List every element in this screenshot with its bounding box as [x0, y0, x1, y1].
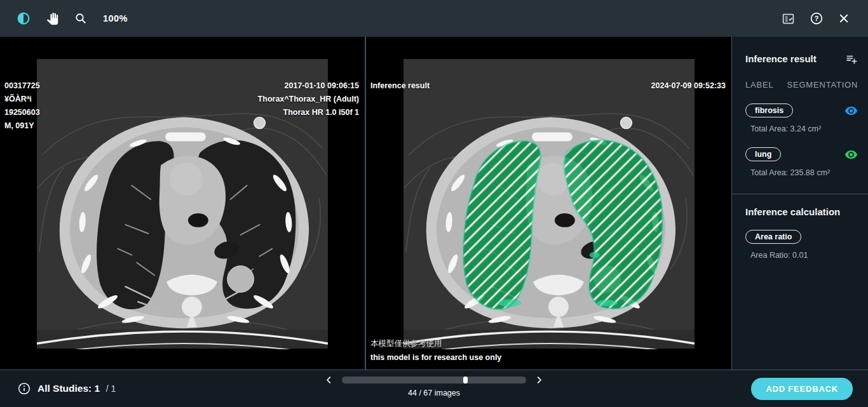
- previous-image-button[interactable]: [324, 375, 334, 385]
- image-scrubber: 44 / 67 images: [320, 375, 548, 397]
- tab-segmentation[interactable]: SEGMENTATION: [787, 80, 858, 90]
- viewport-grid: 00317725 ¥ÕÀRªi 19250603 M, 091Y 2017-01…: [0, 37, 731, 370]
- next-image-button[interactable]: [534, 375, 544, 385]
- inference-title-overlay: Inference result: [370, 79, 430, 93]
- patient-info-overlay: 00317725 ¥ÕÀRªi 19250603 M, 091Y: [4, 79, 40, 133]
- close-button[interactable]: [838, 13, 850, 24]
- inference-calculation-title: Inference calculation: [745, 206, 858, 217]
- pan-tool-button[interactable]: [46, 13, 58, 25]
- study-info-overlay: 2017-01-10 09:06:15 Thorax^Thorax_HR (Ad…: [258, 79, 359, 119]
- sidebar-title: Inference result: [745, 53, 817, 64]
- patient-birth-date: 19250603: [4, 106, 40, 119]
- study-viewport[interactable]: 00317725 ¥ÕÀRªi 19250603 M, 091Y 2017-01…: [0, 37, 366, 370]
- svg-text:?: ?: [815, 15, 819, 22]
- chevron-left-icon: [324, 375, 334, 385]
- close-icon: [838, 13, 850, 24]
- patient-id: 00317725: [4, 79, 40, 93]
- tab-label[interactable]: LABEL: [745, 80, 773, 90]
- playlist-add-icon: [846, 53, 858, 65]
- label-row-fibrosis: fibrosis: [745, 103, 858, 117]
- all-studies-label: All Studies: 1: [37, 383, 100, 394]
- bottom-bar: All Studies: 1 / 1: [0, 370, 868, 407]
- zoom-level-readout: 100%: [103, 13, 128, 23]
- study-description: Thorax^Thorax_HR (Adult): [258, 93, 359, 106]
- chevron-right-icon: [534, 375, 544, 385]
- search-icon: [75, 13, 86, 24]
- studies-info-button[interactable]: [18, 382, 31, 395]
- fibrosis-total-area: Total Area: 3.24 cm²: [750, 124, 858, 133]
- eye-icon: [844, 148, 858, 161]
- inference-viewport-title: Inference result: [370, 79, 430, 93]
- patient-name: ¥ÕÀRªi: [4, 93, 40, 106]
- image-counter: 44 / 67 images: [320, 389, 548, 397]
- add-label-button[interactable]: [846, 53, 858, 65]
- lung-chip[interactable]: lung: [745, 147, 781, 161]
- series-description: Thorax HR 1.0 I50f 1: [258, 106, 359, 119]
- label-row-lung: lung: [745, 147, 858, 161]
- disclaimer-en: this model is for research use only: [370, 350, 501, 364]
- sidebar-tabs: LABEL SEGMENTATION: [745, 80, 858, 90]
- fibrosis-visibility-toggle[interactable]: [844, 104, 858, 117]
- lung-visibility-toggle[interactable]: [844, 148, 858, 161]
- disclaimer-overlay: 本模型僅供参考使用 this model is for research use…: [370, 337, 501, 364]
- contrast-icon: [17, 12, 30, 25]
- image-slider-thumb[interactable]: [463, 377, 468, 384]
- hand-icon: [46, 13, 58, 25]
- inference-datetime: 2024-07-09 09:52:33: [651, 79, 726, 93]
- all-studies-total: / 1: [106, 384, 116, 394]
- fibrosis-chip[interactable]: fibrosis: [745, 103, 793, 117]
- medical-viewer-app: 100% ?: [0, 0, 868, 407]
- top-toolbar: 100% ?: [0, 0, 868, 37]
- zoom-tool-button[interactable]: [75, 13, 86, 24]
- lung-total-area: Total Area: 235.88 cm²: [750, 168, 858, 177]
- help-icon: ?: [810, 12, 823, 25]
- ct-image-with-segmentation: [403, 58, 695, 349]
- image-slider-track[interactable]: [342, 377, 526, 384]
- fact-check-icon: [782, 12, 795, 25]
- inference-sidebar: Inference result LABEL SEGMENTATION fibr…: [731, 37, 868, 370]
- help-button[interactable]: ?: [810, 12, 823, 25]
- contrast-tool-button[interactable]: [17, 12, 30, 25]
- patient-sex-age: M, 091Y: [4, 119, 40, 133]
- inference-viewport[interactable]: Inference result 2024-07-09 09:52:33 本模型…: [366, 37, 731, 370]
- area-ratio-chip[interactable]: Area ratio: [745, 230, 801, 244]
- eye-icon: [844, 104, 858, 117]
- report-check-button[interactable]: [782, 12, 795, 25]
- disclaimer-zh: 本模型僅供参考使用: [370, 337, 501, 350]
- area-ratio-value: Area Ratio: 0.01: [750, 251, 858, 260]
- add-feedback-button[interactable]: ADD FEEDBACK: [751, 378, 853, 400]
- study-datetime: 2017-01-10 09:06:15: [258, 79, 359, 93]
- inference-datetime-overlay: 2024-07-09 09:52:33: [651, 79, 726, 93]
- info-icon: [18, 382, 31, 395]
